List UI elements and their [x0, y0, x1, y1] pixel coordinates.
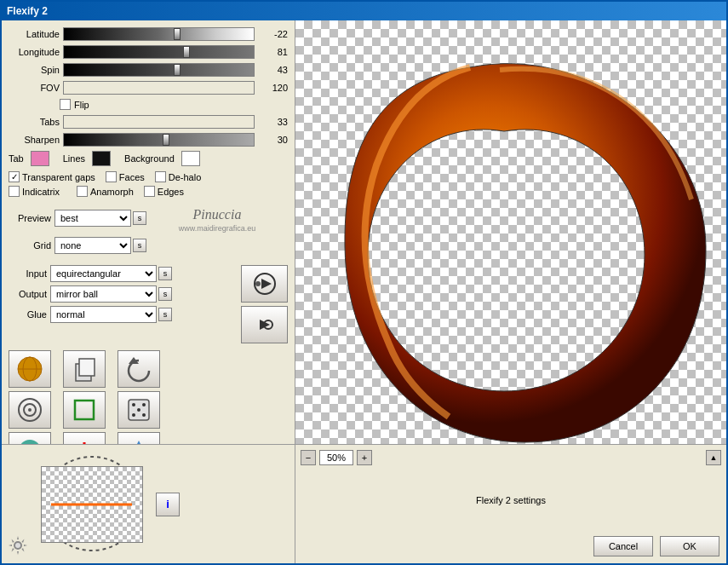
fov-value: 120 — [258, 83, 288, 93]
indicatrix-group: Indicatrix — [9, 186, 60, 197]
svg-point-2 — [255, 281, 261, 286]
square-button[interactable] — [63, 391, 106, 429]
lines-color-swatch[interactable] — [92, 151, 111, 166]
input-row: Input equirectangular mercator s — [9, 265, 236, 282]
longitude-row: Longitude 81 — [9, 45, 288, 59]
tabs-slider[interactable] — [63, 115, 255, 129]
target-button[interactable] — [9, 391, 51, 429]
titlebar: Flexify 2 — [2, 2, 726, 20]
faces-label: Faces — [119, 172, 145, 182]
svg-marker-1 — [261, 279, 272, 289]
ok-button[interactable]: OK — [660, 536, 719, 556]
sharpen-slider[interactable] — [63, 133, 255, 147]
cancel-label: Cancel — [609, 541, 638, 551]
scroll-up-btn[interactable]: ▲ — [706, 450, 721, 465]
dice-button[interactable] — [118, 391, 160, 429]
input-select[interactable]: equirectangular mercator — [50, 265, 157, 282]
flip-checkbox[interactable] — [60, 99, 71, 110]
glue-s-button[interactable]: s — [158, 308, 172, 321]
fov-slider[interactable] — [63, 81, 255, 95]
grid-select[interactable]: none 10 20 — [54, 237, 131, 254]
transparent-gaps-label: Transparent gaps — [22, 172, 95, 182]
indicatrix-checkbox[interactable] — [9, 186, 20, 197]
tabs-row: Tabs 33 — [9, 115, 288, 129]
output-label: Output — [9, 289, 47, 299]
edges-checkbox[interactable] — [144, 186, 155, 197]
svg-point-13 — [28, 408, 32, 412]
anamorph-checkbox[interactable] — [77, 186, 88, 197]
faces-group: Faces — [106, 171, 145, 182]
sharpen-row: Sharpen 30 — [9, 133, 288, 147]
glue-select[interactable]: normal add — [50, 306, 157, 323]
io-action-btn1[interactable] — [241, 265, 288, 303]
latitude-slider[interactable] — [63, 27, 255, 41]
left-panel: Latitude -22 Longitude 81 Spin — [2, 20, 295, 444]
grid-label: Grid — [9, 240, 51, 251]
io-action-btn2[interactable] — [241, 306, 288, 343]
info-button[interactable]: i — [156, 493, 180, 516]
transparent-gaps-group: Transparent gaps — [9, 171, 95, 182]
preview-label: Preview — [9, 213, 51, 223]
action-buttons — [241, 265, 288, 343]
anamorph-label: Anamorph — [90, 187, 134, 197]
preview-thumbnail-area — [34, 451, 149, 557]
de-halo-checkbox[interactable] — [155, 171, 166, 182]
tab-color-swatch[interactable] — [31, 151, 49, 166]
background-color-swatch[interactable] — [181, 151, 200, 166]
earth-button[interactable] — [9, 432, 51, 444]
undo-button[interactable] — [118, 350, 160, 388]
preview-s-button[interactable]: s — [133, 211, 146, 225]
tab-color-label: Tab — [9, 153, 24, 164]
cancel-button[interactable]: Cancel — [593, 536, 653, 556]
svg-point-20 — [142, 413, 146, 417]
spin-thumb[interactable] — [174, 64, 181, 76]
tabs-label: Tabs — [9, 117, 60, 127]
svg-point-17 — [142, 403, 146, 406]
bottom-bar: i − 50% + ▲ Flexify 2 settings — [2, 444, 726, 563]
bottom-left-panel: i — [2, 445, 295, 563]
scroll-up-arrow[interactable]: ▲ — [706, 450, 721, 465]
svg-rect-14 — [75, 401, 94, 419]
latitude-thumb[interactable] — [174, 28, 181, 40]
zoom-plus-button[interactable]: + — [357, 450, 372, 465]
output-s-button[interactable]: s — [158, 287, 172, 301]
io-controls: Input equirectangular mercator s Output … — [9, 265, 236, 343]
toolbar-buttons — [9, 350, 288, 444]
longitude-slider[interactable] — [63, 45, 255, 59]
bottom-right-panel: − 50% + ▲ Flexify 2 settings Cancel OK — [295, 445, 726, 563]
zoom-value: 50% — [319, 450, 353, 465]
main-content: Latitude -22 Longitude 81 Spin — [2, 20, 726, 444]
grid-s-button[interactable]: s — [133, 239, 146, 252]
svg-point-18 — [137, 408, 140, 412]
sharpen-value: 30 — [258, 135, 288, 145]
globe-button[interactable] — [9, 350, 51, 388]
plus-button[interactable] — [63, 432, 106, 444]
copy-button[interactable] — [63, 350, 106, 388]
thumb-line — [51, 503, 131, 505]
faces-checkbox[interactable] — [106, 171, 117, 182]
flexify-settings-label: Flexify 2 settings — [476, 495, 546, 505]
pinuccia-text: Pinuccia — [179, 207, 256, 222]
io-section: Input equirectangular mercator s Output … — [9, 265, 288, 343]
edges-label: Edges — [158, 187, 184, 197]
glue-label: Glue — [9, 309, 47, 320]
sharpen-thumb[interactable] — [163, 134, 169, 146]
preview-select[interactable]: best fast draft — [54, 210, 131, 227]
background-color-label: Background — [124, 153, 175, 164]
canvas-area — [295, 20, 726, 444]
edges-group: Edges — [144, 186, 184, 197]
hat-button[interactable] — [118, 432, 160, 444]
settings-icon-area — [5, 448, 31, 560]
input-s-button[interactable]: s — [158, 267, 172, 280]
spin-slider[interactable] — [63, 63, 255, 77]
svg-point-16 — [132, 403, 135, 406]
transparent-gaps-checkbox[interactable] — [9, 171, 20, 182]
settings-icon[interactable] — [7, 534, 29, 556]
website-text: www.maidiregrafica.eu — [179, 224, 256, 233]
zoom-minus-button[interactable]: − — [301, 450, 316, 465]
status-area: Flexify 2 settings — [295, 470, 726, 529]
de-halo-group: De-halo — [155, 171, 202, 182]
output-select[interactable]: mirror ball equirectangular — [50, 285, 157, 303]
longitude-thumb[interactable] — [183, 46, 190, 58]
flexify2-window: Flexify 2 Latitude -22 Longitude 81 — [0, 0, 728, 565]
